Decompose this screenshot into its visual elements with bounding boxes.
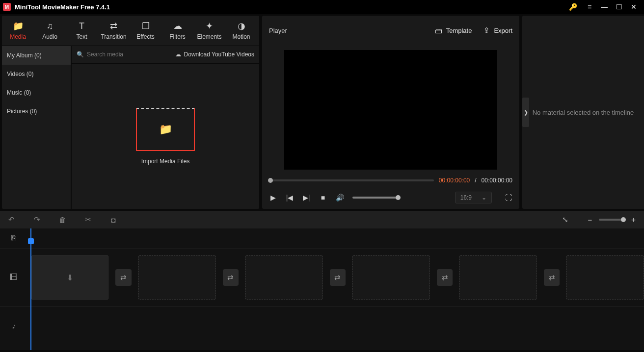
timeline-clip-slot[interactable] bbox=[138, 255, 215, 300]
inspector-toggle[interactable]: ❯ bbox=[522, 98, 529, 127]
aspect-ratio-select[interactable]: 16:9 ⌄ bbox=[455, 192, 492, 203]
volume-icon[interactable]: 🔊 bbox=[336, 194, 344, 201]
tool-tab-audio[interactable]: ♫Audio bbox=[34, 16, 66, 46]
tool-tab-media[interactable]: 📁Media bbox=[2, 16, 34, 46]
cloud-download-icon: ☁ bbox=[175, 51, 181, 58]
volume-slider[interactable] bbox=[352, 197, 399, 199]
import-media-button[interactable]: 📁 bbox=[136, 108, 195, 151]
audio-lane[interactable] bbox=[27, 307, 644, 345]
transition-slot[interactable]: ⇄ bbox=[330, 269, 346, 286]
add-track-button[interactable]: ⎘ bbox=[0, 228, 27, 248]
player-title: Player bbox=[269, 27, 287, 34]
tool-tab-label: Filters bbox=[169, 33, 186, 40]
timeline-clip-slot[interactable] bbox=[566, 255, 644, 300]
media-panel: 📁Media♫AudioTText⇄Transition❐Effects☁Fil… bbox=[2, 16, 259, 209]
preview-panel: Player 🗃 Template ⇪ Export 00:00:00:00 /… bbox=[262, 16, 519, 209]
transition-icon: ⇄ bbox=[334, 273, 341, 282]
hamburger-menu-button[interactable]: ≡ bbox=[582, 0, 597, 14]
download-youtube-label: Download YouTube Videos bbox=[184, 51, 254, 58]
delete-button[interactable]: 🗑 bbox=[58, 216, 67, 224]
timeline: ⎘ 🎞 ♪ ⬇⇄⇄⇄⇄⇄ bbox=[0, 228, 644, 350]
timeline-clip-slot[interactable] bbox=[459, 255, 537, 300]
seek-bar[interactable] bbox=[269, 179, 434, 181]
timeline-clip-slot[interactable] bbox=[245, 255, 322, 300]
transition-icon: ⇄ bbox=[120, 273, 127, 282]
playhead[interactable] bbox=[30, 228, 31, 350]
stop-button[interactable]: ■ bbox=[319, 194, 327, 201]
filters-icon: ☁ bbox=[173, 22, 182, 30]
tool-tab-text[interactable]: TText bbox=[66, 16, 98, 46]
transition-icon: ⇄ bbox=[227, 273, 234, 282]
search-input[interactable] bbox=[87, 51, 170, 58]
export-button[interactable]: ⇪ Export bbox=[483, 26, 512, 35]
template-button[interactable]: 🗃 Template bbox=[435, 26, 472, 35]
timeline-clip-slot[interactable]: ⬇ bbox=[31, 255, 108, 300]
app-title: MiniTool MovieMaker Free 7.4.1 bbox=[15, 3, 110, 11]
zoom-in-button[interactable]: ＋ bbox=[629, 215, 637, 225]
unlock-icon[interactable]: 🔑 bbox=[565, 0, 580, 14]
tool-tab-filters[interactable]: ☁Filters bbox=[161, 16, 193, 46]
minimize-button[interactable]: — bbox=[597, 0, 612, 14]
tool-tabs: 📁Media♫AudioTText⇄Transition❐Effects☁Fil… bbox=[2, 16, 259, 46]
app-icon: M bbox=[3, 3, 11, 11]
transition-slot[interactable]: ⇄ bbox=[223, 269, 239, 286]
category-item[interactable]: My Album (0) bbox=[2, 46, 71, 65]
tool-tab-motion[interactable]: ◑Motion bbox=[225, 16, 257, 46]
timeline-clip-slot[interactable] bbox=[352, 255, 429, 300]
audio-icon: ♫ bbox=[47, 22, 54, 30]
transition-slot[interactable]: ⇄ bbox=[437, 269, 453, 286]
download-youtube-link[interactable]: ☁ Download YouTube Videos bbox=[175, 51, 254, 58]
video-track-icon: 🎞 bbox=[0, 248, 27, 307]
audio-track-icon: ♪ bbox=[0, 307, 27, 345]
redo-button[interactable]: ↷ bbox=[32, 215, 41, 224]
prev-frame-button[interactable]: |◀ bbox=[286, 194, 294, 201]
tool-tab-label: Audio bbox=[42, 33, 57, 40]
split-button[interactable]: ✂ bbox=[83, 215, 92, 224]
fullscreen-button[interactable]: ⛶ bbox=[505, 194, 512, 201]
tool-tab-label: Transition bbox=[101, 33, 126, 40]
tool-tab-label: Motion bbox=[232, 33, 250, 40]
transition-icon: ⇄ bbox=[110, 22, 117, 30]
play-button[interactable]: ▶ bbox=[269, 194, 277, 201]
category-item[interactable]: Pictures (0) bbox=[2, 102, 71, 121]
zoom-slider[interactable] bbox=[599, 219, 624, 221]
tool-tab-elements[interactable]: ✦Elements bbox=[193, 16, 225, 46]
maximize-button[interactable]: ☐ bbox=[612, 0, 626, 14]
effects-icon: ❐ bbox=[142, 22, 150, 30]
tool-tab-label: Media bbox=[10, 33, 26, 40]
zoom-out-button[interactable]: − bbox=[586, 216, 594, 224]
export-label: Export bbox=[494, 27, 512, 34]
time-separator: / bbox=[475, 177, 476, 184]
tool-tab-label: Text bbox=[76, 33, 87, 40]
category-item[interactable]: Videos (0) bbox=[2, 65, 71, 83]
time-current: 00:00:00:00 bbox=[439, 177, 470, 184]
media-icon: 📁 bbox=[13, 22, 24, 30]
close-button[interactable]: ✕ bbox=[626, 0, 641, 14]
timeline-toolbar: ↶ ↷ 🗑 ✂ ◘ ⤡ − ＋ bbox=[0, 211, 644, 228]
transition-icon: ⇄ bbox=[442, 273, 448, 282]
snap-button[interactable]: ⤡ bbox=[561, 215, 569, 224]
undo-button[interactable]: ↶ bbox=[7, 215, 16, 224]
transition-slot[interactable]: ⇄ bbox=[115, 269, 132, 286]
chevron-down-icon: ⌄ bbox=[482, 194, 486, 201]
transition-icon: ⇄ bbox=[549, 273, 555, 282]
export-icon: ⇪ bbox=[483, 26, 490, 35]
import-media-label: Import Media Files bbox=[141, 158, 190, 165]
tool-tab-transition[interactable]: ⇄Transition bbox=[98, 16, 130, 46]
category-item[interactable]: Music (0) bbox=[2, 83, 71, 102]
inspector-panel: ❯ No material selected on the timeline bbox=[522, 16, 644, 209]
video-lane[interactable]: ⬇⇄⇄⇄⇄⇄ bbox=[27, 248, 644, 307]
layers-icon: 🗃 bbox=[435, 26, 442, 35]
text-icon: T bbox=[79, 22, 84, 30]
titlebar: M MiniTool MovieMaker Free 7.4.1 🔑 ≡ — ☐… bbox=[0, 0, 644, 14]
tool-tab-effects[interactable]: ❐Effects bbox=[130, 16, 161, 46]
main-area: 📁Media♫AudioTText⇄Transition❐Effects☁Fil… bbox=[0, 14, 644, 211]
video-preview bbox=[284, 50, 497, 170]
timeline-ruler[interactable] bbox=[27, 228, 644, 248]
search-row: 🔍 ☁ Download YouTube Videos bbox=[72, 46, 259, 64]
transition-slot[interactable]: ⇄ bbox=[544, 269, 560, 286]
next-frame-button[interactable]: ▶| bbox=[302, 194, 310, 201]
crop-button[interactable]: ◘ bbox=[109, 216, 118, 224]
download-icon: ⬇ bbox=[67, 273, 73, 282]
tool-tab-label: Effects bbox=[136, 33, 154, 40]
